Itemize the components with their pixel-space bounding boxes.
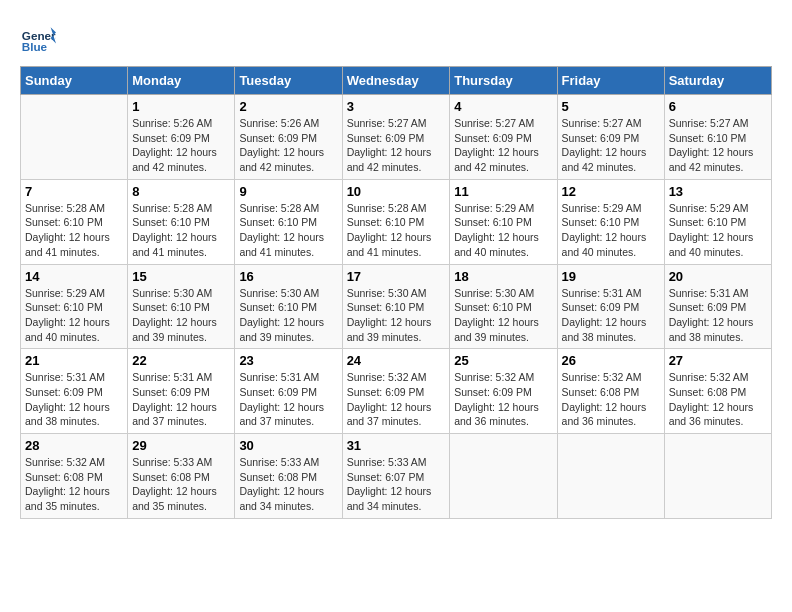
day-info: Sunrise: 5:27 AM Sunset: 6:09 PM Dayligh… <box>454 116 552 175</box>
calendar-cell: 20Sunrise: 5:31 AM Sunset: 6:09 PM Dayli… <box>664 264 771 349</box>
day-info: Sunrise: 5:32 AM Sunset: 6:08 PM Dayligh… <box>25 455 123 514</box>
day-info: Sunrise: 5:29 AM Sunset: 6:10 PM Dayligh… <box>25 286 123 345</box>
day-info: Sunrise: 5:31 AM Sunset: 6:09 PM Dayligh… <box>132 370 230 429</box>
day-number: 21 <box>25 353 123 368</box>
calendar-cell: 29Sunrise: 5:33 AM Sunset: 6:08 PM Dayli… <box>128 434 235 519</box>
calendar-cell: 30Sunrise: 5:33 AM Sunset: 6:08 PM Dayli… <box>235 434 342 519</box>
day-number: 24 <box>347 353 446 368</box>
header-day-wednesday: Wednesday <box>342 67 450 95</box>
calendar-cell: 12Sunrise: 5:29 AM Sunset: 6:10 PM Dayli… <box>557 179 664 264</box>
day-info: Sunrise: 5:32 AM Sunset: 6:09 PM Dayligh… <box>454 370 552 429</box>
day-info: Sunrise: 5:29 AM Sunset: 6:10 PM Dayligh… <box>669 201 767 260</box>
calendar-cell: 17Sunrise: 5:30 AM Sunset: 6:10 PM Dayli… <box>342 264 450 349</box>
calendar-cell <box>21 95 128 180</box>
day-number: 12 <box>562 184 660 199</box>
calendar-cell: 15Sunrise: 5:30 AM Sunset: 6:10 PM Dayli… <box>128 264 235 349</box>
calendar-cell: 27Sunrise: 5:32 AM Sunset: 6:08 PM Dayli… <box>664 349 771 434</box>
calendar-cell: 23Sunrise: 5:31 AM Sunset: 6:09 PM Dayli… <box>235 349 342 434</box>
logo-icon: General Blue <box>20 20 56 56</box>
day-info: Sunrise: 5:28 AM Sunset: 6:10 PM Dayligh… <box>239 201 337 260</box>
day-number: 8 <box>132 184 230 199</box>
calendar-cell <box>450 434 557 519</box>
day-number: 4 <box>454 99 552 114</box>
day-number: 1 <box>132 99 230 114</box>
calendar-cell <box>664 434 771 519</box>
calendar-cell: 7Sunrise: 5:28 AM Sunset: 6:10 PM Daylig… <box>21 179 128 264</box>
day-info: Sunrise: 5:28 AM Sunset: 6:10 PM Dayligh… <box>132 201 230 260</box>
calendar-cell: 10Sunrise: 5:28 AM Sunset: 6:10 PM Dayli… <box>342 179 450 264</box>
calendar-cell: 6Sunrise: 5:27 AM Sunset: 6:10 PM Daylig… <box>664 95 771 180</box>
day-number: 14 <box>25 269 123 284</box>
calendar-header: SundayMondayTuesdayWednesdayThursdayFrid… <box>21 67 772 95</box>
day-info: Sunrise: 5:31 AM Sunset: 6:09 PM Dayligh… <box>669 286 767 345</box>
day-number: 19 <box>562 269 660 284</box>
day-info: Sunrise: 5:29 AM Sunset: 6:10 PM Dayligh… <box>562 201 660 260</box>
day-number: 13 <box>669 184 767 199</box>
calendar-cell: 5Sunrise: 5:27 AM Sunset: 6:09 PM Daylig… <box>557 95 664 180</box>
calendar-cell: 3Sunrise: 5:27 AM Sunset: 6:09 PM Daylig… <box>342 95 450 180</box>
calendar-table: SundayMondayTuesdayWednesdayThursdayFrid… <box>20 66 772 519</box>
day-info: Sunrise: 5:30 AM Sunset: 6:10 PM Dayligh… <box>239 286 337 345</box>
day-number: 27 <box>669 353 767 368</box>
day-number: 20 <box>669 269 767 284</box>
calendar-cell: 16Sunrise: 5:30 AM Sunset: 6:10 PM Dayli… <box>235 264 342 349</box>
day-info: Sunrise: 5:30 AM Sunset: 6:10 PM Dayligh… <box>132 286 230 345</box>
day-number: 31 <box>347 438 446 453</box>
day-number: 23 <box>239 353 337 368</box>
svg-text:Blue: Blue <box>22 40 48 53</box>
day-number: 9 <box>239 184 337 199</box>
calendar-cell: 19Sunrise: 5:31 AM Sunset: 6:09 PM Dayli… <box>557 264 664 349</box>
day-info: Sunrise: 5:31 AM Sunset: 6:09 PM Dayligh… <box>562 286 660 345</box>
day-number: 30 <box>239 438 337 453</box>
calendar-cell: 14Sunrise: 5:29 AM Sunset: 6:10 PM Dayli… <box>21 264 128 349</box>
day-number: 25 <box>454 353 552 368</box>
day-info: Sunrise: 5:33 AM Sunset: 6:08 PM Dayligh… <box>239 455 337 514</box>
calendar-body: 1Sunrise: 5:26 AM Sunset: 6:09 PM Daylig… <box>21 95 772 519</box>
day-info: Sunrise: 5:26 AM Sunset: 6:09 PM Dayligh… <box>239 116 337 175</box>
calendar-cell: 21Sunrise: 5:31 AM Sunset: 6:09 PM Dayli… <box>21 349 128 434</box>
calendar-cell: 9Sunrise: 5:28 AM Sunset: 6:10 PM Daylig… <box>235 179 342 264</box>
calendar-cell: 2Sunrise: 5:26 AM Sunset: 6:09 PM Daylig… <box>235 95 342 180</box>
week-row-5: 28Sunrise: 5:32 AM Sunset: 6:08 PM Dayli… <box>21 434 772 519</box>
calendar-cell: 8Sunrise: 5:28 AM Sunset: 6:10 PM Daylig… <box>128 179 235 264</box>
day-info: Sunrise: 5:30 AM Sunset: 6:10 PM Dayligh… <box>347 286 446 345</box>
calendar-cell: 4Sunrise: 5:27 AM Sunset: 6:09 PM Daylig… <box>450 95 557 180</box>
calendar-cell <box>557 434 664 519</box>
header-day-thursday: Thursday <box>450 67 557 95</box>
day-info: Sunrise: 5:28 AM Sunset: 6:10 PM Dayligh… <box>25 201 123 260</box>
logo: General Blue <box>20 20 60 56</box>
week-row-4: 21Sunrise: 5:31 AM Sunset: 6:09 PM Dayli… <box>21 349 772 434</box>
header-day-monday: Monday <box>128 67 235 95</box>
day-number: 29 <box>132 438 230 453</box>
day-info: Sunrise: 5:31 AM Sunset: 6:09 PM Dayligh… <box>25 370 123 429</box>
header-row: SundayMondayTuesdayWednesdayThursdayFrid… <box>21 67 772 95</box>
header-day-friday: Friday <box>557 67 664 95</box>
day-number: 6 <box>669 99 767 114</box>
calendar-cell: 31Sunrise: 5:33 AM Sunset: 6:07 PM Dayli… <box>342 434 450 519</box>
day-number: 3 <box>347 99 446 114</box>
calendar-cell: 28Sunrise: 5:32 AM Sunset: 6:08 PM Dayli… <box>21 434 128 519</box>
week-row-3: 14Sunrise: 5:29 AM Sunset: 6:10 PM Dayli… <box>21 264 772 349</box>
calendar-cell: 11Sunrise: 5:29 AM Sunset: 6:10 PM Dayli… <box>450 179 557 264</box>
day-number: 18 <box>454 269 552 284</box>
header-day-tuesday: Tuesday <box>235 67 342 95</box>
day-number: 15 <box>132 269 230 284</box>
day-number: 11 <box>454 184 552 199</box>
day-info: Sunrise: 5:26 AM Sunset: 6:09 PM Dayligh… <box>132 116 230 175</box>
calendar-cell: 1Sunrise: 5:26 AM Sunset: 6:09 PM Daylig… <box>128 95 235 180</box>
day-info: Sunrise: 5:33 AM Sunset: 6:08 PM Dayligh… <box>132 455 230 514</box>
calendar-cell: 18Sunrise: 5:30 AM Sunset: 6:10 PM Dayli… <box>450 264 557 349</box>
calendar-cell: 24Sunrise: 5:32 AM Sunset: 6:09 PM Dayli… <box>342 349 450 434</box>
day-info: Sunrise: 5:33 AM Sunset: 6:07 PM Dayligh… <box>347 455 446 514</box>
week-row-2: 7Sunrise: 5:28 AM Sunset: 6:10 PM Daylig… <box>21 179 772 264</box>
day-number: 10 <box>347 184 446 199</box>
day-number: 2 <box>239 99 337 114</box>
day-info: Sunrise: 5:28 AM Sunset: 6:10 PM Dayligh… <box>347 201 446 260</box>
day-info: Sunrise: 5:27 AM Sunset: 6:09 PM Dayligh… <box>347 116 446 175</box>
day-number: 17 <box>347 269 446 284</box>
day-number: 28 <box>25 438 123 453</box>
day-number: 22 <box>132 353 230 368</box>
calendar-cell: 25Sunrise: 5:32 AM Sunset: 6:09 PM Dayli… <box>450 349 557 434</box>
day-info: Sunrise: 5:27 AM Sunset: 6:10 PM Dayligh… <box>669 116 767 175</box>
page-header: General Blue <box>20 20 772 56</box>
